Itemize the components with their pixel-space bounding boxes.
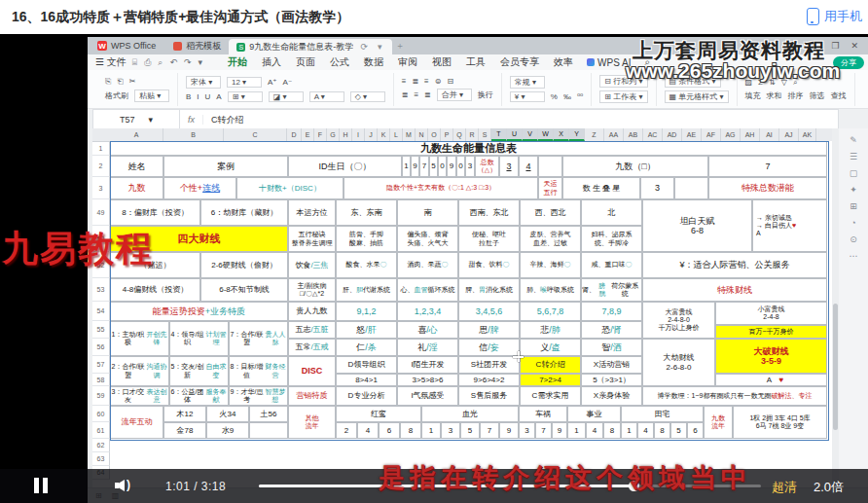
column-header-AF[interactable]: AF — [702, 128, 721, 141]
column-header-AA[interactable]: AA — [604, 128, 624, 141]
toolbar-button[interactable]: 宋体 ▾ — [186, 76, 221, 89]
toolbar-button[interactable]: I — [197, 92, 199, 101]
sheet-cell[interactable]: 7：合作/联盟 贵人人脉 — [229, 321, 288, 356]
sheet-cell[interactable]: 车祸 — [519, 406, 567, 422]
sheet-cell[interactable]: 2 — [336, 422, 357, 439]
sheet-cell[interactable]: 9 — [552, 422, 567, 439]
column-header-A[interactable]: A — [110, 128, 163, 141]
menu-7[interactable]: 工具 — [466, 55, 486, 69]
sheet-cell[interactable]: 1,2,3,4 — [397, 302, 458, 321]
row-header-61[interactable]: 61 — [92, 422, 110, 439]
sheet-cell[interactable]: 6-8不知节制线 — [200, 278, 288, 302]
sheet-cell[interactable]: 酸食、水果 〇 — [336, 252, 397, 278]
name-box-caret-icon[interactable]: ▾ — [148, 115, 153, 125]
column-header-AJ[interactable]: AJ — [779, 128, 799, 141]
toolbar-button[interactable]: ⊞ 工作表 ▾ — [599, 90, 647, 103]
column-header-AB[interactable]: AB — [624, 128, 643, 141]
menu-2[interactable]: 页面 — [296, 55, 315, 69]
row-header-59[interactable]: 59 — [92, 386, 110, 406]
sheet-cell[interactable]: 3,4,5,6 — [458, 302, 520, 321]
column-header-O[interactable]: O — [428, 128, 441, 141]
panel-edit-icon[interactable]: ✎ — [839, 135, 868, 145]
new-tab-button[interactable]: ＋ — [395, 40, 404, 53]
sheet-cell[interactable]: 其他 流年 — [288, 406, 336, 439]
sheet-cell[interactable]: I陌生开发 — [397, 356, 458, 374]
quick-icon[interactable]: ⌸ — [132, 57, 137, 68]
column-header-K[interactable]: K — [378, 128, 390, 141]
cell-name-box[interactable]: T57 ▾ — [93, 110, 180, 129]
cells-area[interactable]: 九数生命能量信息表姓名案例ID生日（〇）19750903总数 （△）34九数（□… — [110, 141, 839, 503]
sheet-cell[interactable]: 坦白天赋 6-8 — [642, 199, 752, 252]
toolbar-button[interactable]: ⊜ — [435, 77, 442, 86]
column-header-E[interactable]: E — [302, 128, 314, 141]
select-all-corner[interactable] — [92, 128, 111, 142]
progress-bar[interactable] — [259, 485, 761, 487]
toolbar-button[interactable]: ≡ — [414, 90, 418, 99]
sheet-cell[interactable]: 百万~千万身价 — [715, 325, 827, 339]
sheet-cell[interactable]: 大劫财线 2-6-8-0 — [642, 339, 715, 386]
sheet-cell[interactable]: 3 — [519, 422, 535, 439]
sheet-cell[interactable]: X亲身体验 — [581, 386, 642, 406]
sheet-cell[interactable]: 土56 — [249, 406, 288, 422]
sheet-cell[interactable]: 5（>3>1） — [581, 374, 642, 386]
sheet-cell[interactable]: 水9 — [206, 422, 249, 439]
menu-0[interactable]: 开始 — [228, 55, 247, 69]
column-header-Q[interactable]: Q — [453, 128, 466, 141]
sheet-cell[interactable]: 本运方位 — [288, 199, 336, 226]
column-header-AC[interactable]: AC — [643, 128, 663, 141]
sheet-cell[interactable]: 6：公益/团体 服务奉献 — [169, 386, 229, 406]
sheet-cell[interactable]: 0 — [456, 156, 465, 177]
sheet-cell[interactable]: 九数 — [110, 177, 163, 199]
menu-9[interactable]: 效率 — [554, 55, 573, 69]
toolbar-button[interactable]: ⊟ — [447, 77, 453, 86]
menu-3[interactable]: 公式 — [330, 55, 349, 69]
sheet-cell[interactable]: ¥：适合人际营销、公关服务 — [642, 252, 827, 278]
row-header-53[interactable]: 53 — [92, 278, 110, 302]
column-header-AE[interactable]: AE — [682, 128, 702, 141]
column-header-AI[interactable]: AI — [760, 128, 779, 141]
toolbar-button[interactable]: A⁻ — [283, 78, 293, 87]
sheet-cell[interactable]: 偏头痛、颈背 头痛、火气大 — [397, 226, 458, 252]
row-header-57[interactable]: 57 — [92, 356, 110, 374]
sheet-cell[interactable]: 4：领导/组织 计划管理 — [169, 321, 229, 356]
sheet-cell[interactable]: 咸、重口味〇 — [581, 252, 642, 278]
sheet-cell[interactable]: S售后服务 — [458, 386, 520, 406]
menu-1[interactable]: 插入 — [262, 55, 281, 69]
toolbar-button[interactable]: ≡ — [402, 77, 407, 86]
column-header-L[interactable]: L — [390, 128, 403, 141]
sheet-cell[interactable]: 喜/心 — [397, 321, 458, 339]
toolbar-button[interactable]: ⎘ — [105, 77, 111, 87]
toolbar-button[interactable]: ≣ — [402, 90, 409, 99]
sheet-cell[interactable]: C需求实用 — [520, 386, 581, 406]
maximize-button[interactable]: ❐ — [831, 41, 839, 51]
document-tab-active[interactable]: S 9九数生命能量信息表-教学 ⟳ ▾ — [229, 39, 392, 54]
sheet-cell[interactable]: 2-6硬财线（偷财） — [200, 252, 288, 278]
sheet-cell[interactable]: 妇科、泌尿系 统、手脚冷 — [581, 226, 642, 252]
sheet-cell[interactable]: 隐数个性+玄天有数（〇:1 △:3 □:3） — [344, 177, 538, 199]
sheet-cell[interactable]: 2：合作/联盟 沟通协调 — [110, 356, 169, 386]
column-header-N[interactable]: N — [416, 128, 428, 141]
panel-more-icon[interactable]: ⋯ — [839, 251, 868, 261]
sheet-cell[interactable]: I气氛感受 — [397, 386, 458, 406]
sheet-cell[interactable]: 1 — [402, 156, 411, 177]
row-header-55[interactable]: 55 — [92, 321, 110, 339]
sheet-cell[interactable]: 特殊总数潜能 — [708, 177, 827, 199]
panel-chart-icon[interactable]: ◔ — [839, 218, 868, 228]
sheet-cell[interactable]: 1：主动/积极 开创先锋 — [110, 321, 169, 356]
sheet-cell[interactable]: 4-8偏财线（投资） — [110, 278, 200, 302]
sheet-cell[interactable]: 5：交友/创新 自由求变 — [169, 356, 229, 386]
sheet-cell[interactable]: 辛辣、海鲜 〇 — [520, 252, 581, 278]
tab-caret-icon[interactable]: ▾ — [378, 42, 382, 52]
sheet-cell[interactable]: 4 — [519, 156, 538, 177]
sheet-cell[interactable]: D领导组织 — [336, 356, 397, 374]
sheet-cell[interactable]: 总数 （△） — [475, 156, 499, 177]
sheet-cell[interactable]: → 亲切诚恳 → 白目伤人 A ♥ — [752, 199, 827, 252]
sheet-cell[interactable]: 特殊财线 — [642, 278, 827, 302]
toolbar-button[interactable]: 筛选 — [810, 90, 825, 101]
sheet-cell[interactable]: 8：目标/增值 财务经营 — [229, 356, 288, 386]
column-header-B[interactable]: B — [163, 128, 224, 141]
sheet-cell[interactable]: 3 — [465, 156, 475, 177]
panel-shape-icon[interactable]: ▢ — [839, 168, 868, 178]
sheet-cell[interactable]: DISC — [288, 356, 336, 386]
column-header-AD[interactable]: AD — [663, 128, 682, 141]
